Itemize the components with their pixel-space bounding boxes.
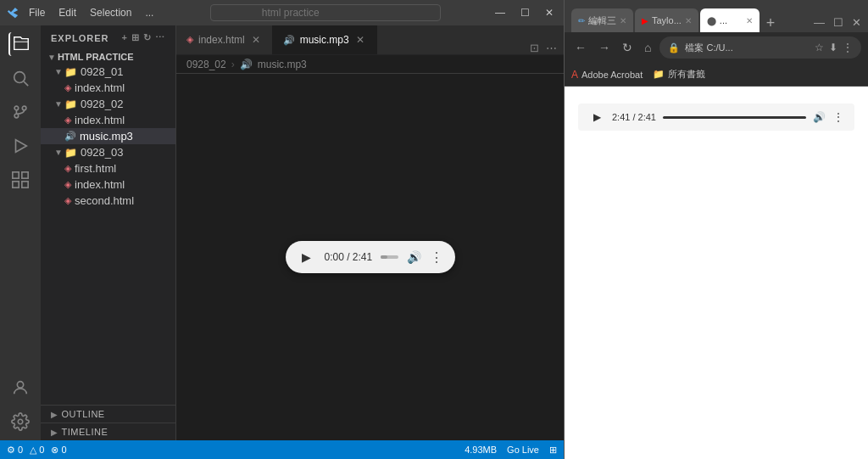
statusbar-errors[interactable]: ⚙ 0 xyxy=(7,445,23,456)
browser-close[interactable]: ✕ xyxy=(852,16,861,29)
tab-index-html-close[interactable]: ✕ xyxy=(250,34,262,46)
breadcrumb-file[interactable]: music.mp3 xyxy=(258,59,307,70)
address-text: 檔案 C:/U... xyxy=(685,42,810,54)
statusbar-more[interactable]: ⊞ xyxy=(549,445,557,456)
new-file-icon[interactable]: + xyxy=(122,32,128,43)
tree-file-music-mp3[interactable]: 🔊 music.mp3 xyxy=(41,128,175,144)
progress-fill xyxy=(381,255,387,259)
tab-active-label: ... xyxy=(720,15,727,25)
tab-index-html[interactable]: ◈ index.html ✕ xyxy=(176,25,273,54)
browser-back[interactable]: ← xyxy=(571,39,590,56)
menu-file[interactable]: File xyxy=(24,5,50,20)
sidebar-title: EXPLORER xyxy=(51,33,109,43)
tab-bianji-label: 編輯三 xyxy=(588,14,616,27)
svg-rect-8 xyxy=(22,172,28,178)
browser-tab-active[interactable]: ⬤ ... ✕ xyxy=(700,8,760,32)
go-live-button[interactable]: Go Live xyxy=(507,445,539,455)
browser-play-btn[interactable]: ▶ xyxy=(588,109,605,126)
folder-0928-02-label: 0928_02 xyxy=(81,98,124,110)
star-icon[interactable]: ☆ xyxy=(815,42,824,53)
browser-new-tab-btn[interactable]: + xyxy=(761,14,781,32)
tab-actions: ⊡ ⋯ xyxy=(523,42,564,54)
maximize-btn[interactable]: ☐ xyxy=(517,7,533,19)
split-editor-icon[interactable]: ⊡ xyxy=(530,42,539,54)
play-button[interactable]: ▶ xyxy=(298,248,316,266)
activitybar-explorer[interactable] xyxy=(8,32,32,56)
browser-progress[interactable] xyxy=(663,116,806,119)
activitybar-run[interactable] xyxy=(8,134,32,158)
volume-button[interactable]: 🔊 xyxy=(407,250,421,264)
more-actions-icon[interactable]: ⋯ xyxy=(546,42,557,54)
activitybar-source-control[interactable] xyxy=(8,100,32,124)
file-0928-03-index-label: index.html xyxy=(75,178,125,191)
more-addr-icon[interactable]: ⋮ xyxy=(843,42,853,53)
statusbar-size: 4.93MB xyxy=(465,445,497,455)
refresh-icon[interactable]: ↻ xyxy=(143,32,152,43)
browser-audio-player: ▶ 2:41 / 2:41 🔊 ⋮ xyxy=(578,104,854,131)
menu-more[interactable]: ... xyxy=(140,5,159,20)
browser-maximize[interactable]: ☐ xyxy=(833,16,843,29)
outline-toggle[interactable]: ▶ OUTLINE xyxy=(41,406,175,423)
breadcrumb-folder[interactable]: 0928_02 xyxy=(186,59,226,70)
tree-file-0928-03-index[interactable]: ◈ index.html xyxy=(41,176,175,193)
browser-forward[interactable]: → xyxy=(595,39,614,56)
statusbar-warnings[interactable]: △ 0 xyxy=(30,445,44,456)
browser-refresh[interactable]: ↻ xyxy=(619,39,636,56)
browser-volume[interactable]: 🔊 xyxy=(813,111,826,123)
folder-0928-01-label: 0928_01 xyxy=(81,65,124,78)
browser-more[interactable]: ⋮ xyxy=(832,110,844,124)
titlebar: File Edit Selection ... — ☐ ✕ xyxy=(0,0,564,25)
tab-bianji-icon: ✏ xyxy=(578,16,585,25)
svg-rect-10 xyxy=(22,182,28,188)
tree-file-0928-01-index[interactable]: ◈ index.html xyxy=(41,80,175,96)
project-name: HTML PRACTICE xyxy=(58,52,134,62)
tab-bianji-close[interactable]: ✕ xyxy=(620,16,626,25)
statusbar-info[interactable]: ⊗ 0 xyxy=(51,445,66,456)
browser-home[interactable]: ⌂ xyxy=(641,39,654,56)
progress-bar[interactable] xyxy=(381,255,398,259)
activitybar-accounts[interactable] xyxy=(8,376,32,400)
menu-selection[interactable]: Selection xyxy=(85,5,136,20)
editor-area: ◈ index.html ✕ 🔊 music.mp3 ✕ ⊡ ⋯ 0928_02… xyxy=(176,25,564,440)
titlebar-menus: File Edit Selection ... xyxy=(24,5,159,20)
titlebar-search[interactable] xyxy=(210,4,441,21)
tab-index-html-icon: ◈ xyxy=(186,34,193,45)
tree-folder-0928-02[interactable]: ▼ 📁 0928_02 xyxy=(41,96,175,112)
tab-music-mp3[interactable]: 🔊 music.mp3 ✕ xyxy=(273,25,377,54)
tab-music-mp3-close[interactable]: ✕ xyxy=(354,34,366,46)
timeline-toggle[interactable]: ▶ TIMELINE xyxy=(41,423,175,440)
browser-minimize[interactable]: — xyxy=(814,16,825,29)
addr-icons: ☆ ⬇ ⋮ xyxy=(815,42,853,53)
folder-0928-03-label: 0928_03 xyxy=(81,146,124,159)
bookmark-all[interactable]: 📁 所有書籤 xyxy=(653,68,705,81)
more-button[interactable]: ⋮ xyxy=(430,249,443,266)
file-second-html-label: second.html xyxy=(75,194,134,207)
tree-file-0928-02-index[interactable]: ◈ index.html xyxy=(41,112,175,128)
download-icon[interactable]: ⬇ xyxy=(829,42,837,53)
tree-file-second-html[interactable]: ◈ second.html xyxy=(41,193,175,209)
address-box[interactable]: 🔒 檔案 C:/U... ☆ ⬇ ⋮ xyxy=(659,36,861,59)
tree-folder-0928-01[interactable]: ▼ 📁 0928_01 xyxy=(41,64,175,80)
editor-content: ▶ 0:00 / 2:41 🔊 ⋮ xyxy=(176,74,564,440)
tree-file-first-html[interactable]: ◈ first.html xyxy=(41,160,175,176)
browser-tab-taylo[interactable]: ▶ Taylo... ✕ xyxy=(635,8,698,32)
tree-root[interactable]: ▼ HTML PRACTICE xyxy=(41,50,175,64)
new-folder-icon[interactable]: ⊞ xyxy=(131,32,140,43)
outline-label: OUTLINE xyxy=(62,409,105,419)
activitybar-search[interactable] xyxy=(8,66,32,90)
vscode-window: File Edit Selection ... — ☐ ✕ xyxy=(0,0,564,459)
activitybar-settings[interactable] xyxy=(8,410,32,434)
tab-active-close[interactable]: ✕ xyxy=(746,16,753,25)
browser-time: 2:41 / 2:41 xyxy=(612,112,656,122)
menu-edit[interactable]: Edit xyxy=(53,5,81,20)
titlebar-left: File Edit Selection ... xyxy=(7,5,159,20)
browser-tab-bianji[interactable]: ✏ 編輯三 ✕ xyxy=(571,8,633,32)
activitybar-extensions[interactable] xyxy=(8,168,32,192)
tab-taylo-close[interactable]: ✕ xyxy=(685,16,692,25)
minimize-btn[interactable]: — xyxy=(492,7,509,19)
tree-folder-0928-03[interactable]: ▼ 📁 0928_03 xyxy=(41,144,175,160)
bookmark-adobe[interactable]: A Adobe Acrobat xyxy=(571,69,643,81)
close-btn[interactable]: ✕ xyxy=(542,7,557,19)
tab-active-icon: ⬤ xyxy=(707,16,716,25)
collapse-icon[interactable]: ⋯ xyxy=(155,32,165,43)
